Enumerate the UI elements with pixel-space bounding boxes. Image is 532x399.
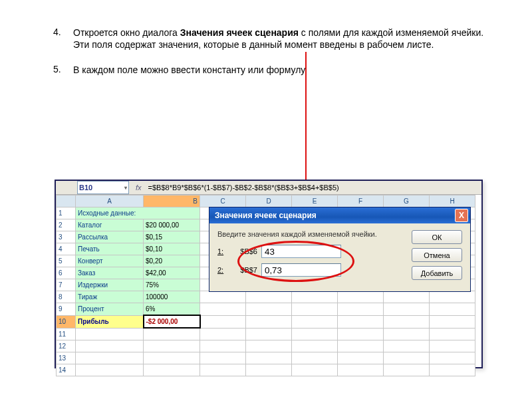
col-header[interactable]: A — [76, 196, 144, 207]
list-item-4: 4. Откроется окно диалога Значения ячеек… — [53, 27, 492, 51]
dialog-title: Значения ячеек сценария — [215, 211, 317, 220]
list-number: 5. — [53, 64, 73, 76]
close-icon[interactable]: X — [455, 209, 468, 222]
list-text: В каждом поле можно ввести константу или… — [73, 64, 492, 76]
col-header[interactable]: F — [338, 196, 384, 207]
name-box[interactable]: B10 ▾ — [77, 181, 129, 194]
scenario-value-input-1[interactable] — [261, 245, 341, 258]
col-header[interactable]: G — [384, 196, 430, 207]
list-item-5: 5. В каждом поле можно ввести константу … — [53, 64, 492, 76]
selected-cell[interactable]: -$2 000,00 — [144, 315, 200, 328]
cell-ref: $B$6 — [229, 247, 257, 255]
scenario-value-input-2[interactable] — [261, 263, 341, 277]
excel-window: B10 ▾ fx =$B$8*B9*$B$6*(1-$B$7)-$B$2-$B$… — [55, 180, 483, 368]
col-header[interactable]: H — [430, 196, 475, 207]
cancel-button[interactable]: Отмена — [412, 248, 462, 262]
list-text: Откроется окно диалога Значения ячеек сц… — [73, 27, 492, 51]
cell-ref: $B$7 — [229, 266, 257, 274]
formula-bar: B10 ▾ fx =$B$8*B9*$B$6*(1-$B$7)-$B$2-$B$… — [56, 181, 481, 195]
col-header[interactable]: D — [246, 196, 292, 207]
fx-label[interactable]: fx — [136, 184, 142, 192]
add-button[interactable]: Добавить — [412, 266, 462, 280]
dialog-titlebar[interactable]: Значения ячеек сценария X — [209, 207, 470, 223]
ok-button[interactable]: ОК — [412, 230, 462, 244]
col-header[interactable]: E — [292, 196, 338, 207]
col-header[interactable]: C — [200, 196, 246, 207]
corner-cell[interactable] — [57, 196, 76, 207]
col-header[interactable]: B — [144, 196, 200, 207]
formula-text[interactable]: =$B$8*B9*$B$6*(1-$B$7)-$B$2-$B$8*($B$3+$… — [148, 184, 339, 192]
list-number: 4. — [53, 27, 73, 51]
scenario-values-dialog: Значения ячеек сценария X Введите значен… — [209, 207, 471, 292]
chevron-down-icon[interactable]: ▾ — [124, 185, 127, 191]
